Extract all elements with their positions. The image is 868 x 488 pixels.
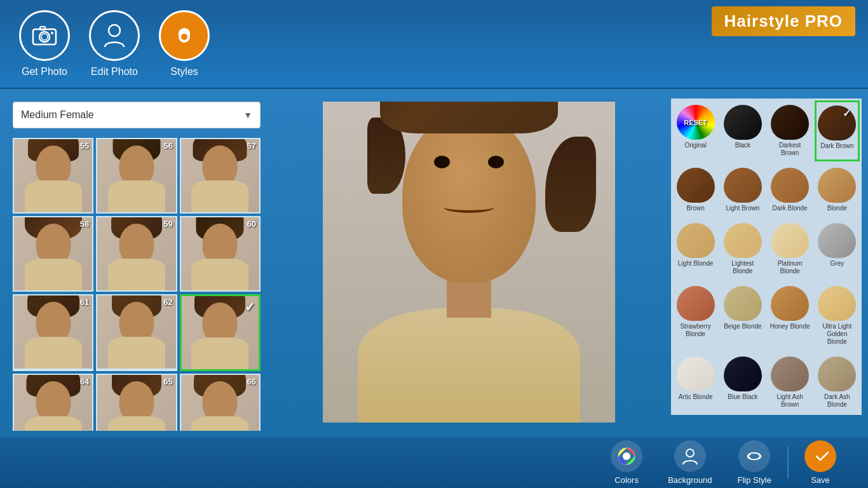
color-label-dark-ash-blonde: Dark Ash Blonde: [817, 393, 857, 409]
color-label-light-blonde: Light Blonde: [678, 260, 714, 268]
color-label-dark-brown: Dark Brown: [820, 142, 853, 150]
color-swatch-dark-ash-blonde[interactable]: Dark Ash Blonde: [815, 352, 860, 413]
style-number-65: 65: [163, 377, 172, 386]
brand-logo: Hairstyle PRO: [712, 6, 855, 36]
swatch-beige-blonde: [724, 286, 762, 321]
style-number-57: 57: [247, 141, 256, 151]
preview-frame: [323, 102, 615, 423]
color-label-original: Original: [684, 142, 706, 149]
background-icon: [674, 440, 706, 472]
nav-buttons: Get Photo Edit Photo Styles: [19, 10, 210, 78]
color-label-dark-blonde: Dark Blonde: [773, 205, 808, 212]
svg-point-7: [181, 34, 187, 40]
style-item-56[interactable]: 56: [96, 138, 177, 214]
style-item-62[interactable]: 62: [96, 294, 177, 371]
style-item-60[interactable]: 60: [180, 216, 261, 292]
color-swatch-grey[interactable]: Grey: [815, 219, 860, 280]
checkmark-icon-63: ✓: [245, 299, 255, 315]
flip-style-button[interactable]: Flip Style: [725, 435, 784, 488]
color-swatch-light-brown[interactable]: Light Brown: [720, 163, 765, 217]
style-item-57[interactable]: 57: [180, 138, 261, 214]
color-label-beige-blonde: Beige Blonde: [724, 323, 762, 330]
style-item-58[interactable]: 58: [13, 216, 93, 292]
color-swatch-strawberry-blonde[interactable]: Strawberry Blonde: [673, 281, 718, 350]
swatch-black: [724, 105, 762, 140]
brand-title: Hairstyle PRO: [712, 6, 855, 36]
color-swatch-light-blonde[interactable]: Light Blonde: [673, 219, 718, 280]
swatch-dark-brown: ✓: [818, 105, 856, 140]
color-label-light-brown: Light Brown: [726, 205, 759, 212]
colors-label: Colors: [614, 475, 639, 485]
color-label-honey-blonde: Honey Blonde: [770, 323, 810, 330]
nav-item-get-photo[interactable]: Get Photo: [19, 10, 70, 78]
style-item-65[interactable]: 65: [96, 374, 177, 431]
swatch-platinum-blonde: [771, 223, 809, 258]
save-button[interactable]: Save: [792, 435, 849, 488]
save-label: Save: [811, 475, 830, 485]
color-swatch-blue-black[interactable]: Blue Black: [720, 352, 765, 413]
color-grid: RESET Original Black Darkest Brown ✓ Dar…: [671, 98, 862, 415]
swatch-blue-black: [724, 356, 762, 391]
style-item-64[interactable]: 64: [13, 374, 93, 431]
svg-point-10: [686, 449, 694, 457]
color-label-ultra-light-golden-blonde: Ultra Light Golden Blonde: [817, 323, 857, 346]
dropdown-label: Medium Female: [21, 109, 94, 121]
color-swatch-blonde[interactable]: Blonde: [815, 163, 860, 217]
swatch-light-ash-brown: [771, 356, 809, 391]
svg-point-4: [51, 32, 53, 34]
color-swatch-darkest-brown[interactable]: Darkest Brown: [768, 100, 813, 161]
style-item-59[interactable]: 59: [96, 216, 177, 292]
style-category-dropdown[interactable]: Medium Female ▼: [13, 102, 261, 128]
nav-label-edit-photo: Edit Photo: [91, 66, 138, 78]
toolbar-divider: [787, 447, 789, 478]
chevron-down-icon: ▼: [243, 110, 252, 120]
color-swatch-black[interactable]: Black: [720, 100, 765, 161]
camera-icon: [19, 10, 70, 61]
color-label-blonde: Blonde: [827, 205, 847, 212]
color-label-darkest-brown: Darkest Brown: [770, 142, 810, 157]
main-content: Medium Female ▼ 55 56: [0, 89, 868, 437]
color-swatch-beige-blonde[interactable]: Beige Blonde: [720, 281, 765, 350]
background-label: Background: [668, 475, 712, 485]
flip-icon: [738, 440, 770, 472]
background-button[interactable]: Background: [655, 435, 724, 488]
color-swatch-ultra-light-golden-blonde[interactable]: Ultra Light Golden Blonde: [815, 281, 860, 350]
color-label-strawberry-blonde: Strawberry Blonde: [675, 323, 715, 338]
portrait-preview: [323, 102, 615, 423]
checkmark-icon-dark-brown: ✓: [843, 107, 851, 119]
swatch-honey-blonde: [771, 286, 809, 321]
style-number-59: 59: [163, 219, 172, 229]
header: Get Photo Edit Photo Styles Ha: [0, 0, 868, 89]
color-label-grey: Grey: [831, 260, 844, 268]
style-number-66: 66: [247, 377, 256, 386]
swatch-brown: [677, 168, 715, 203]
style-number-55: 55: [80, 141, 89, 151]
color-label-lightest-blonde: Lightest Blonde: [722, 260, 763, 275]
swatch-ultra-light-golden-blonde: [818, 286, 856, 321]
nav-label-get-photo: Get Photo: [22, 66, 67, 78]
style-item-66[interactable]: 66: [180, 374, 261, 431]
reset-icon: RESET: [677, 105, 715, 140]
style-item-61[interactable]: 61: [13, 294, 93, 371]
color-swatch-light-ash-brown[interactable]: Light Ash Brown: [768, 352, 813, 413]
color-swatch-dark-brown[interactable]: ✓ Dark Brown: [815, 100, 860, 161]
bottom-toolbar: Colors Background Flip Style: [0, 437, 868, 488]
color-swatch-original[interactable]: RESET Original: [673, 100, 718, 161]
color-swatch-lightest-blonde[interactable]: Lightest Blonde: [720, 219, 765, 280]
nav-item-styles[interactable]: Styles: [159, 10, 210, 78]
color-swatch-dark-blonde[interactable]: Dark Blonde: [768, 163, 813, 217]
nav-item-edit-photo[interactable]: Edit Photo: [89, 10, 140, 78]
flip-style-label: Flip Style: [738, 475, 771, 485]
svg-point-2: [41, 34, 48, 40]
color-swatch-platinum-blonde[interactable]: Platinum Blonde: [768, 219, 813, 280]
swatch-artic-blonde: [677, 356, 715, 391]
style-number-64: 64: [80, 377, 89, 386]
swatch-darkest-brown: [771, 105, 809, 140]
swatch-dark-ash-blonde: [818, 356, 856, 391]
style-item-55[interactable]: 55: [13, 138, 93, 214]
style-item-63[interactable]: ✓: [180, 294, 261, 371]
colors-button[interactable]: Colors: [598, 435, 655, 488]
color-swatch-artic-blonde[interactable]: Artic Blonde: [673, 352, 718, 413]
color-swatch-brown[interactable]: Brown: [673, 163, 718, 217]
color-swatch-honey-blonde[interactable]: Honey Blonde: [768, 281, 813, 350]
